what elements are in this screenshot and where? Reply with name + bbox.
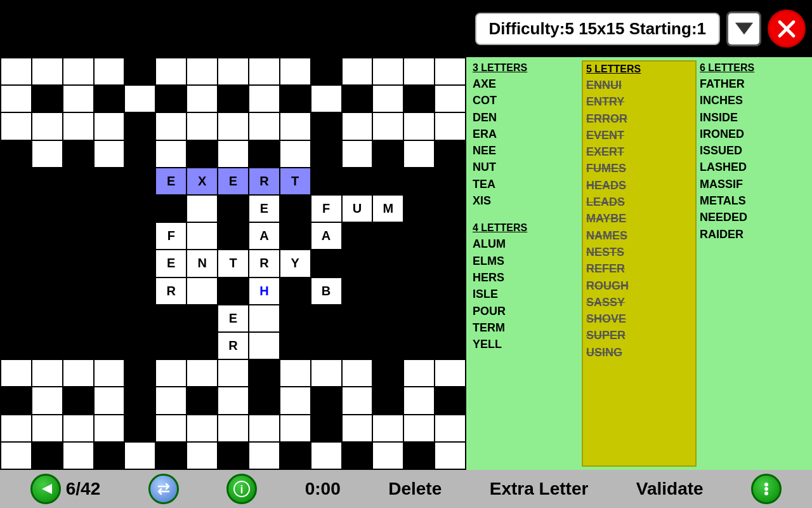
extra-letter-button[interactable]: Extra Letter bbox=[490, 479, 589, 499]
grid-cell[interactable] bbox=[125, 141, 155, 167]
grid-cell[interactable] bbox=[343, 278, 372, 304]
word-issued[interactable]: ISSUED bbox=[697, 142, 809, 159]
word-event[interactable]: EVENT bbox=[583, 127, 695, 144]
grid-cell[interactable] bbox=[404, 333, 434, 359]
grid-cell[interactable] bbox=[404, 113, 434, 139]
grid-cell[interactable] bbox=[311, 443, 341, 469]
grid-cell[interactable] bbox=[1, 86, 31, 112]
word-fumes[interactable]: FUMES bbox=[583, 160, 695, 177]
grid-cell[interactable] bbox=[404, 58, 434, 84]
grid-cell[interactable] bbox=[249, 86, 279, 112]
grid-cell[interactable] bbox=[373, 223, 403, 249]
grid-cell[interactable] bbox=[373, 86, 403, 112]
grid-cell[interactable] bbox=[95, 333, 124, 359]
grid-cell[interactable]: E bbox=[218, 168, 248, 194]
word-era[interactable]: ERA bbox=[469, 126, 582, 142]
word-shove[interactable]: SHOVE bbox=[583, 311, 695, 327]
grid-cell[interactable]: E bbox=[218, 305, 248, 331]
grid-cell[interactable] bbox=[373, 278, 403, 304]
grid-cell[interactable] bbox=[95, 360, 124, 386]
grid-cell[interactable] bbox=[32, 223, 62, 249]
grid-cell[interactable] bbox=[125, 387, 155, 413]
grid-cell[interactable] bbox=[125, 168, 155, 194]
word-xis[interactable]: XIS bbox=[469, 192, 582, 209]
grid-cell[interactable] bbox=[63, 141, 93, 167]
grid-cell[interactable] bbox=[95, 223, 124, 249]
grid-cell[interactable] bbox=[63, 443, 93, 469]
grid-cell[interactable]: S bbox=[435, 196, 465, 222]
grid-cell[interactable] bbox=[95, 415, 124, 441]
validate-button[interactable]: Validate bbox=[636, 479, 704, 499]
grid-cell[interactable] bbox=[343, 250, 372, 276]
grid-cell[interactable] bbox=[249, 360, 279, 386]
grid-cell[interactable] bbox=[1, 250, 31, 276]
grid-cell[interactable] bbox=[218, 278, 248, 304]
grid-cell[interactable] bbox=[187, 196, 217, 222]
grid-cell[interactable] bbox=[156, 196, 186, 222]
grid-cell[interactable] bbox=[218, 443, 248, 469]
grid-cell[interactable] bbox=[435, 278, 465, 304]
grid-cell[interactable] bbox=[95, 443, 124, 469]
grid-cell[interactable] bbox=[187, 360, 217, 386]
grid-cell[interactable] bbox=[32, 278, 62, 304]
grid-cell[interactable] bbox=[280, 278, 310, 304]
grid-cell[interactable] bbox=[373, 113, 403, 139]
grid-cell[interactable]: U bbox=[343, 196, 372, 222]
grid-cell[interactable] bbox=[404, 168, 434, 194]
word-exert[interactable]: EXERT bbox=[583, 144, 695, 160]
grid-cell[interactable] bbox=[311, 113, 341, 139]
grid-cell[interactable] bbox=[343, 387, 372, 413]
grid-cell[interactable] bbox=[156, 141, 186, 167]
grid-cell[interactable] bbox=[63, 113, 93, 139]
grid-cell[interactable] bbox=[63, 278, 93, 304]
grid-cell[interactable] bbox=[156, 333, 186, 359]
grid-cell[interactable] bbox=[249, 387, 279, 413]
grid-cell[interactable] bbox=[435, 360, 465, 386]
grid-cell[interactable] bbox=[1, 305, 31, 331]
word-super[interactable]: SUPER bbox=[583, 327, 695, 344]
info-button[interactable]: i bbox=[226, 474, 257, 504]
grid-cell[interactable] bbox=[32, 443, 62, 469]
word-father[interactable]: FATHER bbox=[697, 76, 809, 92]
grid-cell[interactable] bbox=[404, 86, 434, 112]
grid-cell[interactable] bbox=[249, 305, 279, 331]
grid-cell[interactable] bbox=[1, 58, 31, 84]
grid-cell[interactable] bbox=[373, 141, 403, 167]
grid-cell[interactable] bbox=[187, 415, 217, 441]
word-ironed[interactable]: IRONED bbox=[697, 126, 809, 142]
word-entry[interactable]: ENTRY bbox=[583, 93, 695, 110]
grid-cell[interactable] bbox=[32, 250, 62, 276]
grid-cell[interactable] bbox=[343, 168, 372, 194]
word-axe[interactable]: AXE bbox=[469, 76, 582, 92]
grid-cell[interactable] bbox=[156, 113, 186, 139]
word-term[interactable]: TERM bbox=[469, 319, 582, 336]
grid-cell[interactable] bbox=[156, 415, 186, 441]
grid-cell[interactable] bbox=[187, 223, 217, 249]
swap-button[interactable] bbox=[148, 474, 179, 504]
word-raider[interactable]: RAIDER bbox=[697, 226, 809, 243]
grid-cell[interactable] bbox=[125, 196, 155, 222]
word-pour[interactable]: POUR bbox=[469, 303, 582, 319]
grid-cell[interactable] bbox=[32, 58, 62, 84]
grid-cell[interactable] bbox=[218, 86, 248, 112]
grid-cell[interactable] bbox=[343, 113, 372, 139]
word-elms[interactable]: ELMS bbox=[469, 253, 582, 269]
grid-cell[interactable] bbox=[95, 86, 124, 112]
grid-cell[interactable] bbox=[249, 415, 279, 441]
grid-cell[interactable] bbox=[1, 333, 31, 359]
grid-cell[interactable] bbox=[404, 305, 434, 331]
grid-cell[interactable] bbox=[63, 360, 93, 386]
grid-cell[interactable] bbox=[280, 223, 310, 249]
grid-cell[interactable] bbox=[218, 387, 248, 413]
grid-cell[interactable] bbox=[311, 168, 341, 194]
grid-cell[interactable]: A bbox=[311, 223, 341, 249]
info-circle[interactable]: i bbox=[226, 474, 257, 504]
grid-cell[interactable] bbox=[280, 360, 310, 386]
grid-cell[interactable] bbox=[373, 305, 403, 331]
grid-cell[interactable] bbox=[1, 360, 31, 386]
grid-cell[interactable]: E bbox=[156, 168, 186, 194]
grid-cell[interactable] bbox=[404, 360, 434, 386]
grid-cell[interactable]: F bbox=[156, 223, 186, 249]
grid-cell[interactable] bbox=[343, 360, 372, 386]
grid-cell[interactable] bbox=[373, 250, 403, 276]
